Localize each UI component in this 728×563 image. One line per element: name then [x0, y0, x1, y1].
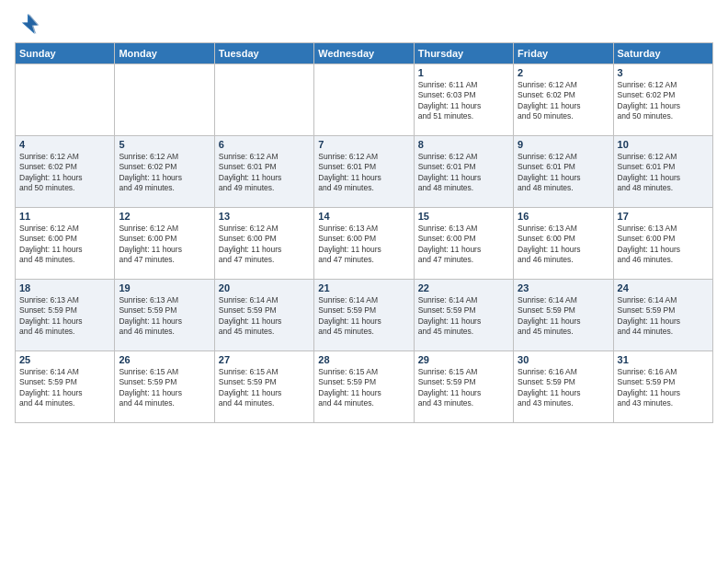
- calendar-cell: 17Sunrise: 6:13 AM Sunset: 6:00 PM Dayli…: [613, 208, 712, 280]
- calendar-cell: [314, 64, 414, 136]
- calendar-cell: 13Sunrise: 6:12 AM Sunset: 6:00 PM Dayli…: [214, 208, 313, 280]
- day-info: Sunrise: 6:16 AM Sunset: 5:59 PM Dayligh…: [618, 367, 709, 409]
- day-info: Sunrise: 6:14 AM Sunset: 5:59 PM Dayligh…: [418, 295, 509, 338]
- calendar-cell: 25Sunrise: 6:14 AM Sunset: 5:59 PM Dayli…: [16, 351, 115, 423]
- day-number: 13: [219, 211, 310, 222]
- day-number: 28: [318, 354, 409, 365]
- day-number: 23: [518, 282, 609, 293]
- calendar-cell: [214, 64, 313, 136]
- day-number: 9: [518, 139, 609, 150]
- day-number: 19: [119, 282, 210, 293]
- day-info: Sunrise: 6:11 AM Sunset: 6:03 PM Dayligh…: [418, 80, 509, 122]
- calendar-cell: 8Sunrise: 6:12 AM Sunset: 6:01 PM Daylig…: [414, 136, 513, 208]
- calendar-cell: 11Sunrise: 6:12 AM Sunset: 6:00 PM Dayli…: [16, 208, 115, 280]
- week-row-5: 25Sunrise: 6:14 AM Sunset: 5:59 PM Dayli…: [16, 351, 713, 423]
- calendar-cell: 4Sunrise: 6:12 AM Sunset: 6:02 PM Daylig…: [16, 136, 115, 208]
- day-info: Sunrise: 6:13 AM Sunset: 5:59 PM Dayligh…: [19, 295, 110, 338]
- day-info: Sunrise: 6:15 AM Sunset: 5:59 PM Dayligh…: [318, 367, 409, 409]
- calendar-cell: [115, 64, 214, 136]
- calendar-cell: 6Sunrise: 6:12 AM Sunset: 6:01 PM Daylig…: [214, 136, 313, 208]
- day-number: 12: [119, 211, 210, 222]
- day-info: Sunrise: 6:12 AM Sunset: 6:01 PM Dayligh…: [219, 152, 310, 194]
- day-number: 18: [19, 282, 110, 293]
- week-row-1: 1Sunrise: 6:11 AM Sunset: 6:03 PM Daylig…: [16, 64, 713, 136]
- day-number: 14: [318, 211, 409, 222]
- calendar-cell: 31Sunrise: 6:16 AM Sunset: 5:59 PM Dayli…: [613, 351, 712, 423]
- day-number: 2: [518, 67, 609, 78]
- day-number: 15: [418, 211, 509, 222]
- day-info: Sunrise: 6:12 AM Sunset: 6:00 PM Dayligh…: [19, 224, 110, 266]
- day-number: 30: [518, 354, 609, 365]
- day-info: Sunrise: 6:13 AM Sunset: 5:59 PM Dayligh…: [119, 295, 210, 338]
- day-info: Sunrise: 6:14 AM Sunset: 5:59 PM Dayligh…: [219, 295, 310, 338]
- col-header-tuesday: Tuesday: [214, 43, 313, 64]
- header-row: SundayMondayTuesdayWednesdayThursdayFrid…: [16, 43, 713, 64]
- day-number: 1: [418, 67, 509, 78]
- logo-icon: [15, 11, 40, 37]
- day-info: Sunrise: 6:12 AM Sunset: 6:02 PM Dayligh…: [119, 152, 210, 194]
- day-number: 31: [618, 354, 709, 365]
- calendar-cell: 3Sunrise: 6:12 AM Sunset: 6:02 PM Daylig…: [613, 64, 712, 136]
- calendar-cell: 16Sunrise: 6:13 AM Sunset: 6:00 PM Dayli…: [514, 208, 613, 280]
- day-info: Sunrise: 6:14 AM Sunset: 5:59 PM Dayligh…: [19, 367, 110, 409]
- day-number: 3: [618, 67, 709, 78]
- day-number: 17: [618, 211, 709, 222]
- col-header-thursday: Thursday: [414, 43, 513, 64]
- calendar-cell: 19Sunrise: 6:13 AM Sunset: 5:59 PM Dayli…: [115, 280, 214, 351]
- day-info: Sunrise: 6:12 AM Sunset: 6:00 PM Dayligh…: [119, 224, 210, 266]
- week-row-4: 18Sunrise: 6:13 AM Sunset: 5:59 PM Dayli…: [16, 280, 713, 351]
- calendar-cell: 30Sunrise: 6:16 AM Sunset: 5:59 PM Dayli…: [514, 351, 613, 423]
- day-info: Sunrise: 6:12 AM Sunset: 6:01 PM Dayligh…: [618, 152, 709, 194]
- calendar-cell: 18Sunrise: 6:13 AM Sunset: 5:59 PM Dayli…: [16, 280, 115, 351]
- day-info: Sunrise: 6:14 AM Sunset: 5:59 PM Dayligh…: [518, 295, 609, 338]
- calendar-cell: 27Sunrise: 6:15 AM Sunset: 5:59 PM Dayli…: [214, 351, 313, 423]
- day-number: 25: [19, 354, 110, 365]
- day-info: Sunrise: 6:12 AM Sunset: 6:02 PM Dayligh…: [618, 80, 709, 122]
- day-number: 5: [119, 139, 210, 150]
- header: [15, 11, 713, 37]
- calendar-cell: 10Sunrise: 6:12 AM Sunset: 6:01 PM Dayli…: [613, 136, 712, 208]
- day-number: 8: [418, 139, 509, 150]
- logo: [15, 11, 44, 37]
- day-info: Sunrise: 6:13 AM Sunset: 6:00 PM Dayligh…: [418, 224, 509, 266]
- day-number: 10: [618, 139, 709, 150]
- calendar-table: SundayMondayTuesdayWednesdayThursdayFrid…: [15, 42, 713, 423]
- calendar-cell: 28Sunrise: 6:15 AM Sunset: 5:59 PM Dayli…: [314, 351, 414, 423]
- col-header-friday: Friday: [514, 43, 613, 64]
- calendar-cell: [16, 64, 115, 136]
- day-info: Sunrise: 6:12 AM Sunset: 6:02 PM Dayligh…: [19, 152, 110, 194]
- day-number: 24: [618, 282, 709, 293]
- col-header-saturday: Saturday: [613, 43, 712, 64]
- calendar-cell: 2Sunrise: 6:12 AM Sunset: 6:02 PM Daylig…: [514, 64, 613, 136]
- col-header-sunday: Sunday: [16, 43, 115, 64]
- calendar-page: SundayMondayTuesdayWednesdayThursdayFrid…: [0, 0, 728, 563]
- day-info: Sunrise: 6:12 AM Sunset: 6:00 PM Dayligh…: [219, 224, 310, 266]
- calendar-cell: 1Sunrise: 6:11 AM Sunset: 6:03 PM Daylig…: [414, 64, 513, 136]
- day-number: 22: [418, 282, 509, 293]
- day-number: 26: [119, 354, 210, 365]
- calendar-cell: 23Sunrise: 6:14 AM Sunset: 5:59 PM Dayli…: [514, 280, 613, 351]
- calendar-cell: 5Sunrise: 6:12 AM Sunset: 6:02 PM Daylig…: [115, 136, 214, 208]
- calendar-cell: 9Sunrise: 6:12 AM Sunset: 6:01 PM Daylig…: [514, 136, 613, 208]
- week-row-3: 11Sunrise: 6:12 AM Sunset: 6:00 PM Dayli…: [16, 208, 713, 280]
- day-number: 20: [219, 282, 310, 293]
- calendar-cell: 20Sunrise: 6:14 AM Sunset: 5:59 PM Dayli…: [214, 280, 313, 351]
- col-header-wednesday: Wednesday: [314, 43, 414, 64]
- col-header-monday: Monday: [115, 43, 214, 64]
- calendar-cell: 15Sunrise: 6:13 AM Sunset: 6:00 PM Dayli…: [414, 208, 513, 280]
- day-info: Sunrise: 6:15 AM Sunset: 5:59 PM Dayligh…: [119, 367, 210, 409]
- day-info: Sunrise: 6:16 AM Sunset: 5:59 PM Dayligh…: [518, 367, 609, 409]
- day-info: Sunrise: 6:15 AM Sunset: 5:59 PM Dayligh…: [219, 367, 310, 409]
- calendar-cell: 22Sunrise: 6:14 AM Sunset: 5:59 PM Dayli…: [414, 280, 513, 351]
- day-number: 7: [318, 139, 409, 150]
- day-number: 27: [219, 354, 310, 365]
- day-number: 11: [19, 211, 110, 222]
- day-info: Sunrise: 6:12 AM Sunset: 6:01 PM Dayligh…: [418, 152, 509, 194]
- day-info: Sunrise: 6:12 AM Sunset: 6:01 PM Dayligh…: [318, 152, 409, 194]
- day-info: Sunrise: 6:15 AM Sunset: 5:59 PM Dayligh…: [418, 367, 509, 409]
- day-number: 21: [318, 282, 409, 293]
- day-number: 29: [418, 354, 509, 365]
- day-info: Sunrise: 6:13 AM Sunset: 6:00 PM Dayligh…: [318, 224, 409, 266]
- svg-marker-1: [23, 14, 39, 34]
- day-info: Sunrise: 6:12 AM Sunset: 6:02 PM Dayligh…: [518, 80, 609, 122]
